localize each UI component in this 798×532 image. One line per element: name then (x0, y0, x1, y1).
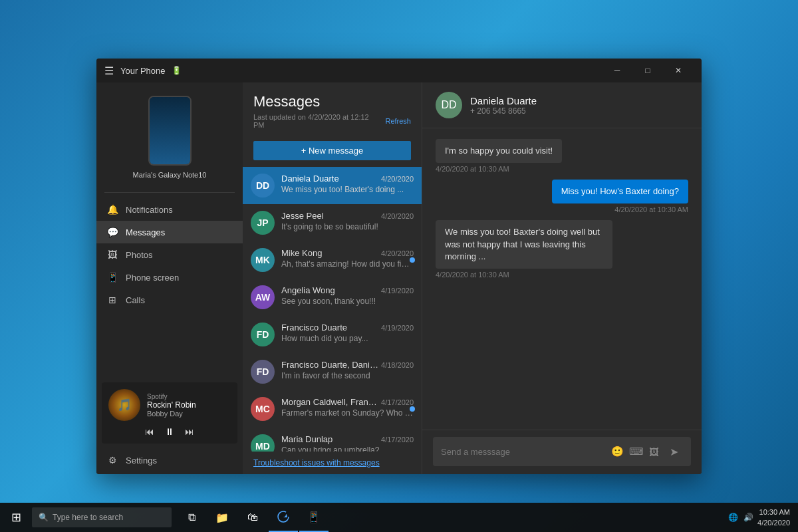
conv-name: Francisco Duarte, Daniela ... (281, 360, 381, 370)
avatar: FD (251, 360, 275, 384)
messages-icon: 💬 (107, 227, 118, 237)
next-button[interactable]: ⏭ (185, 426, 194, 437)
sidebar-label-settings: Settings (126, 456, 157, 466)
prev-button[interactable]: ⏮ (145, 426, 154, 437)
send-button[interactable]: ➤ (664, 442, 683, 461)
volume-icon: 🔊 (743, 513, 753, 522)
avatar: DD (251, 174, 275, 198)
conv-preview: We miss you too! Baxter's doing ... (281, 185, 414, 194)
messages-header: Messages Last updated on 4/20/2020 at 12… (243, 82, 422, 136)
conversation-item[interactable]: DD Daniela Duarte 4/20/2020 We miss you … (243, 167, 422, 204)
system-tray-icons: 🌐 🔊 (728, 513, 753, 522)
conv-preview: It's going to be so beautiful! (281, 222, 414, 231)
conv-body: Angelia Wong 4/19/2020 See you soon, tha… (281, 285, 414, 306)
your-phone-button[interactable]: 📱 (299, 503, 329, 532)
contact-name: Daniela Duarte (470, 95, 537, 106)
start-button[interactable]: ⊞ (0, 503, 32, 532)
app-window: ☰ Your Phone 🔋 ─ □ ✕ Maria's Galaxy Note… (96, 59, 702, 474)
message-bubble: We miss you too! Baxter's doing well but… (436, 220, 612, 269)
conversation-item[interactable]: MK Mike Kong 4/20/2020 Ah, that's amazin… (243, 241, 422, 279)
last-updated-text: Last updated on 4/20/2020 at 12:12 PM (253, 113, 381, 129)
music-text: Spotify Rockin' Robin Bobby Day (147, 393, 231, 418)
music-app-label: Spotify (147, 393, 231, 400)
search-icon: 🔍 (39, 513, 49, 522)
conv-name: Jesse Peel (281, 211, 324, 221)
sidebar-item-phone-screen[interactable]: 📱 Phone screen (96, 266, 243, 289)
conv-preview: See you soon, thank you!!! (281, 297, 414, 306)
conversation-item[interactable]: MC Morgan Caldwell, Francisco ... 4/17/2… (243, 390, 422, 428)
window-title: Your Phone (120, 66, 165, 76)
conv-preview: Can you bring an umbrella? (281, 446, 414, 452)
avatar: MC (251, 397, 275, 421)
sidebar-item-settings[interactable]: ⚙ Settings (96, 449, 243, 471)
conv-body: Francisco Duarte 4/19/2020 How much did … (281, 323, 414, 343)
taskbar-clock[interactable]: 10:30 AM 4/20/2020 (757, 507, 790, 529)
message-input[interactable] (441, 447, 606, 457)
image-icon[interactable]: 🖼 (649, 446, 659, 458)
conv-date: 4/19/2020 (381, 287, 414, 295)
close-button[interactable]: ✕ (663, 59, 694, 82)
conv-body: Jesse Peel 4/20/2020 It's going to be so… (281, 211, 414, 231)
music-player: 🎵 Spotify Rockin' Robin Bobby Day ⏮ ⏸ ⏭ (102, 382, 237, 444)
message-bubble: I'm so happy you could visit! (436, 139, 562, 163)
conv-body: Mike Kong 4/20/2020 Ah, that's amazing! … (281, 248, 414, 269)
sidebar-item-calls[interactable]: ⊞ Calls (96, 289, 243, 311)
chat-messages: I'm so happy you could visit! 4/20/2020 … (422, 128, 702, 430)
sidebar-item-messages[interactable]: 💬 Messages (96, 221, 243, 243)
message-time: 4/20/2020 at 10:30 AM (436, 165, 509, 173)
message-incoming: We miss you too! Baxter's doing well but… (436, 220, 688, 279)
conv-name: Daniela Duarte (281, 174, 339, 184)
message-time: 4/20/2020 at 10:30 AM (614, 205, 688, 213)
music-controls: ⏮ ⏸ ⏭ (108, 426, 231, 437)
message-outgoing: Miss you! How's Baxter doing? 4/20/2020 … (436, 180, 688, 213)
maximize-button[interactable]: □ (632, 59, 663, 82)
avatar: AW (251, 285, 275, 309)
music-artist: Bobby Day (147, 410, 231, 418)
taskbar-date: 4/20/2020 (757, 517, 790, 529)
photos-icon: 🖼 (107, 249, 118, 260)
conv-body: Francisco Duarte, Daniela ... 4/18/2020 … (281, 360, 414, 380)
settings-icon: ⚙ (107, 455, 118, 466)
emoji-icon[interactable]: 🙂 (611, 446, 624, 458)
play-pause-button[interactable]: ⏸ (165, 426, 174, 437)
music-info: 🎵 Spotify Rockin' Robin Bobby Day (108, 389, 231, 421)
sidebar-item-photos[interactable]: 🖼 Photos (96, 243, 243, 266)
task-view-button[interactable]: ⧉ (177, 503, 206, 532)
hamburger-icon[interactable]: ☰ (104, 65, 114, 77)
sidebar-label-photos: Photos (126, 250, 152, 260)
refresh-link[interactable]: Refresh (385, 117, 411, 125)
conv-preview: How much did you pay... (281, 334, 414, 343)
conversation-item[interactable]: FD Francisco Duarte, Daniela ... 4/18/20… (243, 353, 422, 390)
store-button[interactable]: 🛍 (238, 503, 267, 532)
file-explorer-button[interactable]: 📁 (207, 503, 237, 532)
conv-name: Maria Dunlap (281, 434, 332, 444)
contact-info: Daniela Duarte + 206 545 8665 (470, 95, 537, 116)
conversation-item[interactable]: MD Maria Dunlap 4/17/2020 Can you bring … (243, 428, 422, 452)
chat-header: DD Daniela Duarte + 206 545 8665 (422, 82, 702, 128)
edge-button[interactable] (269, 503, 298, 532)
conv-preview: Farmer's market on Sunday? Who is ready … (281, 408, 414, 418)
contact-avatar: DD (436, 92, 462, 118)
conv-date: 4/19/2020 (381, 324, 414, 332)
calls-icon: ⊞ (107, 295, 118, 305)
sidebar-item-notifications[interactable]: 🔔 Notifications (96, 198, 243, 221)
messages-panel: Messages Last updated on 4/20/2020 at 12… (243, 82, 422, 474)
keyboard-icon[interactable]: ⌨ (629, 446, 644, 458)
conv-preview: I'm in favor of the second (281, 371, 414, 380)
conv-name: Morgan Caldwell, Francisco ... (281, 397, 381, 407)
minimize-button[interactable]: ─ (602, 59, 632, 82)
message-incoming: I'm so happy you could visit! 4/20/2020 … (436, 139, 688, 173)
sidebar-label-phone-screen: Phone screen (126, 273, 179, 283)
conv-date: 4/20/2020 (381, 175, 414, 183)
chat-panel: DD Daniela Duarte + 206 545 8665 I'm so … (422, 82, 702, 474)
conv-date: 4/20/2020 (381, 212, 414, 220)
conv-preview: Ah, that's amazing! How did you find him… (281, 259, 414, 269)
sidebar-label-notifications: Notifications (126, 205, 173, 215)
conversation-item[interactable]: AW Angelia Wong 4/19/2020 See you soon, … (243, 279, 422, 316)
conversation-item[interactable]: FD Francisco Duarte 4/19/2020 How much d… (243, 316, 422, 353)
sidebar: Maria's Galaxy Note10 🔔 Notifications 💬 … (96, 82, 243, 474)
troubleshoot-link[interactable]: Troubleshoot issues with messages (243, 452, 422, 474)
taskbar-search[interactable]: 🔍 Type here to search (32, 507, 172, 527)
new-message-button[interactable]: + New message (253, 141, 411, 160)
conversation-item[interactable]: JP Jesse Peel 4/20/2020 It's going to be… (243, 204, 422, 241)
